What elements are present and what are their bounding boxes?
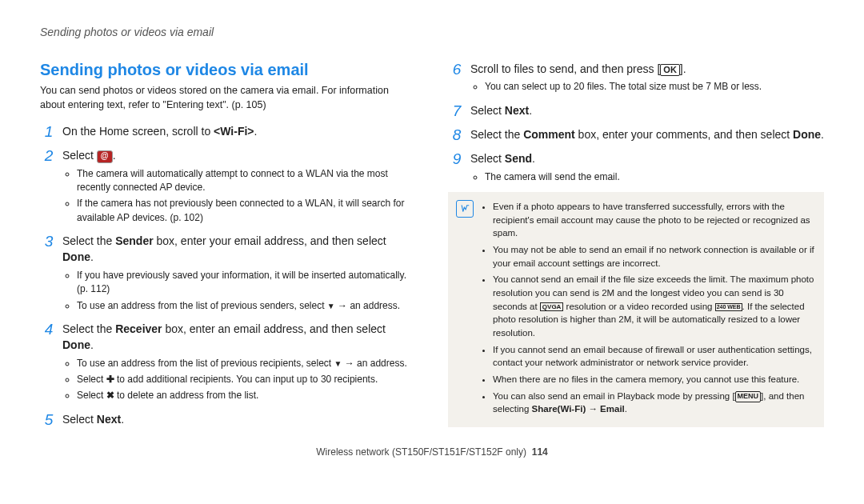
step-7: Select Next. [448,102,824,118]
s3s2b: an address. [350,300,400,311]
menu-button-icon: MENU [735,391,762,402]
step-8: Select the Comment box, enter your comme… [448,126,824,142]
s7b: Next [505,104,529,117]
arrow-icon [335,300,350,311]
s4s2b: to add additional recipients. You can in… [114,374,378,385]
note-1: Even if a photo appears to have transfer… [493,200,814,240]
x-icon [106,390,114,401]
vga240-icon: 240 WEB [715,303,742,311]
running-header: Sending photos or videos via email [40,26,824,38]
step-2-sub-1: The camera will automatically attempt to… [77,167,416,195]
s4e: . [90,338,94,351]
s4c: box, enter an email address, and then se… [162,322,386,335]
wifi-label: <Wi-Fi> [214,125,254,138]
s3s2a: To use an address from the list of previ… [77,300,327,311]
s3d: Done [62,250,90,263]
s7a: Select [470,104,505,117]
s9b: Send [505,152,532,165]
note-3: You cannot send an email if the file siz… [493,273,814,339]
left-column: Sending photos or videos via email You c… [40,61,416,435]
s5b: Next [97,413,121,426]
page-footer: Wireless network (ST150F/ST151F/ST152F o… [40,446,824,458]
s3e: . [90,250,94,263]
steps-list-left: On the Home screen, scroll to <Wi-Fi>. S… [40,123,416,427]
note-2: You may not be able to send an email if … [493,243,814,270]
note-5: When there are no files in the camera me… [493,373,814,386]
step-4-sub-2: Select to add additional recipients. You… [77,373,416,386]
arrow-icon [586,404,600,414]
step-4-subs: To use an address from the list of previ… [62,357,416,403]
email-icon [97,150,113,163]
s6a: Scroll to files to send, and then press … [470,62,660,75]
step-4: Select the Receiver box, enter an email … [40,321,416,403]
s3b: Sender [115,234,153,247]
step-2-post: . [113,149,116,162]
step-1-post: . [254,125,258,138]
s4b: Receiver [115,322,162,335]
down-icon [334,358,342,369]
step-5: Select Next. [40,411,416,427]
note-icon [456,200,474,218]
page-number: 114 [532,446,548,458]
s7c: . [529,104,532,117]
s3a: Select the [62,234,115,247]
note-box: Even if a photo appears to have transfer… [448,192,824,427]
step-3-sub-2: To use an address from the list of previ… [77,299,416,313]
s6b: ]. [680,62,686,75]
section-title: Sending photos or videos via email [40,61,416,79]
step-2-sub-2: If the camera has not previously been co… [77,197,416,225]
s4a: Select the [62,322,115,335]
step-9-subs: The camera will send the email. [470,170,824,184]
n6d: Email [600,404,625,414]
step-3-sub-1: If you have previously saved your inform… [77,269,416,297]
n3b: resolution or a video recorded using [563,302,714,311]
step-9-sub-1: The camera will send the email. [485,170,824,184]
arrow-icon [342,358,357,369]
s8d: Done [793,128,821,141]
s9c: . [532,152,535,165]
down-icon [327,300,335,311]
step-4-sub-1: To use an address from the list of previ… [77,357,416,370]
s4s1b: an address. [357,358,407,369]
n6a: You can also send an email in Playback m… [493,391,735,401]
two-column-layout: Sending photos or videos via email You c… [40,61,824,435]
n6c: Share(Wi-Fi) [532,404,586,414]
right-column: Scroll to files to send, and then press … [448,61,824,435]
note-6: You can also send an email in Playback m… [493,390,814,416]
s5c: . [121,413,124,426]
s5a: Select [62,413,97,426]
s8e: . [821,128,824,141]
step-1-pre: On the Home screen, scroll to [62,125,214,138]
ok-button-icon: OK [660,64,680,76]
step-3-subs: If you have previously saved your inform… [62,269,416,313]
n6e: . [625,404,627,414]
intro-text: You can send photos or videos stored on … [40,84,416,112]
step-2-pre: Select [62,149,97,162]
footer-text: Wireless network (ST150F/ST151F/ST152F o… [316,446,526,458]
s4d: Done [62,338,90,351]
step-6-subs: You can select up to 20 files. The total… [470,80,824,94]
steps-list-right: Scroll to files to send, and then press … [448,61,824,184]
step-3: Select the Sender box, enter your email … [40,233,416,313]
s4s2a: Select [77,374,106,385]
note-list: Even if a photo appears to have transfer… [482,200,814,416]
s4s1a: To use an address from the list of previ… [77,358,334,369]
step-6-sub-1: You can select up to 20 files. The total… [485,80,824,94]
s8c: box, enter your comments, and then selec… [575,128,793,141]
s4s3b: to delete an address from the list. [114,390,259,401]
s8a: Select the [470,128,523,141]
note-4: If you cannot send an email because of f… [493,343,814,370]
qvga-icon: QVGA [540,302,564,311]
step-9: Select Send. The camera will send the em… [448,150,824,184]
plus-icon [106,374,114,385]
step-1: On the Home screen, scroll to <Wi-Fi>. [40,123,416,139]
step-6: Scroll to files to send, and then press … [448,61,824,94]
step-2-subs: The camera will automatically attempt to… [62,167,416,226]
s3c: box, enter your email address, and then … [154,234,386,247]
s8b: Comment [523,128,575,141]
s9a: Select [470,152,505,165]
step-2: Select . The camera will automatically a… [40,147,416,225]
s4s3a: Select [77,390,106,401]
manual-page: Sending photos or videos via email Sendi… [0,0,864,472]
step-4-sub-3: Select to delete an address from the lis… [77,389,416,402]
